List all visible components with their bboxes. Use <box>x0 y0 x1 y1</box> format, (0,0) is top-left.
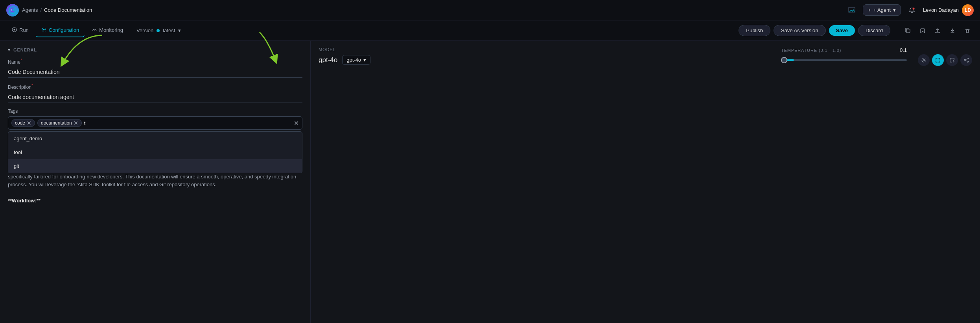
bell-icon-btn[interactable] <box>906 4 918 17</box>
breadcrumb-separator: / <box>40 7 42 13</box>
dropdown-item-tool[interactable]: tool <box>8 145 302 159</box>
model-value: gpt-4o <box>319 56 337 64</box>
svg-point-9 <box>923 59 925 61</box>
left-panel: ▾ GENERAL Name* Description* Tags code <box>0 41 311 323</box>
right-panel: Model gpt-4o gpt-4o ▾ Temperature (0.1 -… <box>311 41 980 323</box>
temperature-label: Temperature (0.1 - 1.0) <box>781 48 841 53</box>
add-agent-label: + Agent <box>873 7 890 13</box>
share-right-icon-btn[interactable] <box>960 54 972 66</box>
dropdown-item-git[interactable]: git <box>8 159 302 173</box>
svg-point-1 <box>11 9 12 11</box>
svg-point-0 <box>9 7 16 14</box>
tag-documentation-remove[interactable]: ✕ <box>74 120 78 126</box>
publish-button[interactable]: Publish <box>739 25 770 36</box>
name-label: Name* <box>8 58 302 65</box>
tags-wrapper: code ✕ documentation ✕ ✕ agent_demo tool… <box>8 116 302 130</box>
general-toggle-icon: ▾ <box>8 47 10 53</box>
temperature-value: 0.1 <box>900 47 907 53</box>
tab-configuration-label: Configuration <box>49 27 79 33</box>
version-label: Version <box>136 28 153 33</box>
svg-point-4 <box>912 7 914 9</box>
nav-left: Agents / Code Documentation <box>6 4 92 17</box>
tag-code: code ✕ <box>11 119 35 127</box>
tab-monitoring-label: Monitoring <box>99 27 123 33</box>
svg-point-7 <box>43 29 44 30</box>
version-dropdown-icon[interactable]: ▾ <box>178 28 181 33</box>
workflow-bold: **Workflow:** <box>8 198 41 204</box>
tab-run[interactable]: Run <box>6 24 34 37</box>
svg-point-6 <box>14 29 15 30</box>
version-value[interactable]: latest <box>163 28 175 33</box>
tags-clear-icon[interactable]: ✕ <box>294 119 299 127</box>
tag-code-remove[interactable]: ✕ <box>27 120 31 126</box>
fullscreen-icon-btn[interactable] <box>946 54 958 66</box>
toolbar: Run Configuration Monitoring Version lat… <box>0 20 980 41</box>
breadcrumb-current: Code Documentation <box>44 7 92 13</box>
add-icon: + <box>868 7 871 13</box>
temperature-section: Temperature (0.1 - 1.0) 0.1 <box>781 47 907 62</box>
name-field-group: Name* <box>8 58 302 78</box>
bookmark-icon-btn[interactable] <box>916 24 929 37</box>
temperature-slider[interactable] <box>781 59 907 61</box>
run-icon <box>12 27 17 33</box>
expand-icon-btn[interactable] <box>932 54 944 66</box>
dropdown-item-agent-demo[interactable]: agent_demo <box>8 132 302 145</box>
tab-configuration[interactable]: Configuration <box>36 24 85 37</box>
save-as-version-button[interactable]: Save As Version <box>774 25 826 36</box>
add-agent-dropdown-icon: ▾ <box>893 7 896 13</box>
version-section: Version latest ▾ <box>136 28 181 33</box>
version-dot <box>157 29 160 32</box>
description-input[interactable] <box>8 92 302 103</box>
share-icon-btn[interactable] <box>931 24 944 37</box>
breadcrumb: Agents / Code Documentation <box>22 7 92 13</box>
monitoring-icon <box>92 27 97 33</box>
tab-monitoring[interactable]: Monitoring <box>86 24 129 37</box>
tag-input[interactable] <box>84 120 299 126</box>
svg-point-11 <box>964 60 965 61</box>
model-label: Model <box>319 47 773 52</box>
config-icon <box>41 27 46 33</box>
tags-field-group: Tags code ✕ documentation ✕ ✕ agen <box>8 108 302 130</box>
download-icon-btn[interactable] <box>946 24 959 37</box>
general-section-header[interactable]: ▾ GENERAL <box>8 47 302 53</box>
toolbar-right-icons <box>901 24 974 37</box>
avatar: LD <box>962 4 974 16</box>
tag-documentation: documentation ✕ <box>37 119 82 127</box>
discard-button[interactable]: Discard <box>858 25 890 36</box>
svg-point-10 <box>967 58 969 59</box>
tags-container[interactable]: code ✕ documentation ✕ ✕ <box>8 116 302 130</box>
tags-dropdown: agent_demo tool git <box>8 131 302 173</box>
svg-point-2 <box>13 9 15 11</box>
tag-documentation-label: documentation <box>41 120 72 126</box>
add-agent-button[interactable]: + + Agent ▾ <box>863 4 901 16</box>
main-content: ▾ GENERAL Name* Description* Tags code <box>0 41 980 323</box>
description-field-group: Description* <box>8 83 302 103</box>
monitor-icon-btn[interactable] <box>846 4 858 17</box>
avatar-initials: LD <box>965 7 971 13</box>
settings-icon-btn[interactable] <box>918 54 930 66</box>
tab-run-label: Run <box>19 27 29 33</box>
toolbar-tabs: Run Configuration Monitoring Version lat… <box>6 24 181 37</box>
description-label: Description* <box>8 83 302 90</box>
model-select[interactable]: gpt-4o ▾ <box>342 55 370 65</box>
svg-point-12 <box>967 61 969 62</box>
top-navigation: Agents / Code Documentation + + Agent ▾ … <box>0 0 980 20</box>
user-section: Levon Dadayan LD <box>923 4 974 16</box>
svg-point-3 <box>11 11 14 12</box>
model-select-chevron: ▾ <box>363 57 366 63</box>
breadcrumb-parent[interactable]: Agents <box>22 7 38 13</box>
general-section-title: GENERAL <box>13 48 37 52</box>
trash-icon-btn[interactable] <box>961 24 974 37</box>
svg-rect-8 <box>906 29 910 33</box>
copy-icon-btn[interactable] <box>901 24 914 37</box>
name-input[interactable] <box>8 67 302 78</box>
save-button[interactable]: Save <box>829 25 855 36</box>
model-select-value: gpt-4o <box>346 57 361 63</box>
user-name: Levon Dadayan <box>923 7 959 13</box>
nav-right: + + Agent ▾ Levon Dadayan LD <box>846 4 974 17</box>
tags-label: Tags <box>8 108 302 114</box>
temperature-header: Temperature (0.1 - 1.0) 0.1 <box>781 47 907 53</box>
tag-code-label: code <box>15 120 25 126</box>
model-field: Model gpt-4o gpt-4o ▾ <box>319 47 773 65</box>
app-logo <box>6 4 19 17</box>
